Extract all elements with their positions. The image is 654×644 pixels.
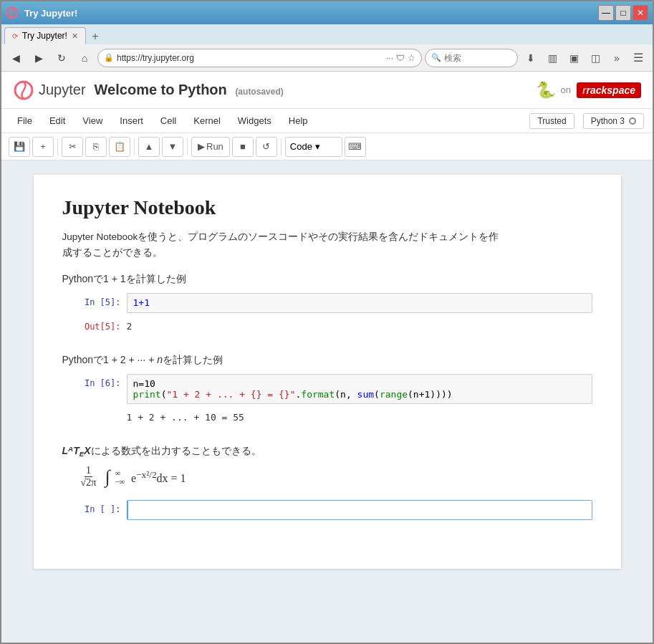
move-up-button[interactable]: ▲ <box>138 137 160 157</box>
integral-limits: ∞ −∞ <box>115 468 125 486</box>
home-button[interactable]: ⌂ <box>74 48 95 68</box>
cell-2-output-row: 1 + 2 + ... + 10 = 55 <box>62 408 592 426</box>
forward-button[interactable]: ▶ <box>29 48 49 68</box>
latex-formula: 1 √2π ∫ ∞ −∞ e−x²/2dx = 1 <box>77 465 592 489</box>
browser-window: Try Jupyter! — □ ✕ ⟳ Try Jupyter! ✕ + ◀ … <box>0 0 654 644</box>
cell-1-out-prompt: Out[5]: <box>62 317 127 335</box>
menu-file[interactable]: File <box>10 112 39 129</box>
menu-cell[interactable]: Cell <box>153 112 183 129</box>
autosaved-label: (autosaved) <box>235 87 283 97</box>
add-cell-button[interactable]: + <box>32 137 54 157</box>
rackspace-text: rackspace <box>586 85 635 96</box>
empty-cell-input[interactable] <box>127 500 592 520</box>
lower-limit: −∞ <box>115 477 125 486</box>
print-keyword: print <box>133 389 161 400</box>
window-title: Try Jupyter! <box>24 8 592 19</box>
notebook-title-area: Welcome to Python (autosaved) <box>95 82 527 98</box>
section-gap-2 <box>62 431 592 445</box>
search-box[interactable]: 🔍 <box>425 49 518 67</box>
close-button[interactable]: ✕ <box>633 5 648 21</box>
section1-title: Pythonで1 + 1を計算した例 <box>62 273 592 286</box>
keyboard-shortcuts-button[interactable]: ⌨ <box>345 137 366 157</box>
section2-title: Pythonで1 + 2 + ··· + nを計算した例 <box>62 354 592 367</box>
window-controls: — □ ✕ <box>598 5 648 21</box>
notebook-title: Welcome to Python <box>95 82 227 97</box>
menu-view[interactable]: View <box>75 112 110 129</box>
paste-button[interactable]: 📋 <box>109 137 130 157</box>
maximize-button[interactable]: □ <box>615 5 631 21</box>
sum-func: sum <box>357 389 374 400</box>
notebook-page: Jupyter Notebook Jupyter Notebookを使うと、プロ… <box>34 175 621 569</box>
range-func: range <box>380 389 408 400</box>
bookmarks-icon[interactable]: ▥ <box>542 48 562 68</box>
copy-button[interactable]: ⎘ <box>85 137 107 157</box>
move-down-button[interactable]: ▼ <box>162 137 183 157</box>
cell-1-code: 1+1 <box>133 297 150 308</box>
url-text: https://try.jupyter.org <box>117 53 383 63</box>
tab-icon: ⟳ <box>12 32 18 40</box>
cell-2-output: 1 + 2 + ... + 10 = 55 <box>127 408 244 426</box>
cell-1-in-prompt: In [5]: <box>62 293 127 313</box>
cell-2-in-prompt: In [6]: <box>62 374 127 404</box>
cell-type-label: Code <box>290 141 312 152</box>
download-icon[interactable]: ⬇ <box>521 48 541 68</box>
cell-1: In [5]: 1+1 <box>62 293 592 313</box>
stop-button[interactable]: ■ <box>232 137 254 157</box>
run-icon: ▶ <box>198 141 205 152</box>
menu-edit[interactable]: Edit <box>42 112 72 129</box>
search-input[interactable] <box>444 53 501 63</box>
notebook-toolbar: 💾 + ✂ ⎘ 📋 ▲ ▼ ▶ Run ■ ↺ Code ▾ ⌨ <box>1 133 653 160</box>
more-icon[interactable]: ··· <box>386 53 393 63</box>
new-tab-button[interactable]: + <box>87 29 103 44</box>
notebook-description: Jupyter Notebookを使うと、プログラムのソースコードやその実行結果… <box>62 229 592 260</box>
desc-line1: Jupyter Notebookを使うと、プログラムのソースコードやその実行結果… <box>62 231 499 242</box>
jupyter-topbar: Jupyter Welcome to Python (autosaved) 🐍 … <box>1 72 653 109</box>
cell-2: In [6]: n=10 print("1 + 2 + ... + {} = {… <box>62 374 592 404</box>
titlebar: Try Jupyter! — □ ✕ <box>1 1 653 24</box>
menu-icon[interactable]: ☰ <box>628 48 648 68</box>
address-bar: ◀ ▶ ↻ ⌂ 🔒 https://try.jupyter.org ··· 🛡 … <box>1 44 653 72</box>
run-button[interactable]: ▶ Run <box>191 137 230 157</box>
restart-button[interactable]: ↺ <box>256 137 277 157</box>
format-method: format <box>301 389 335 400</box>
more-tools-icon[interactable]: » <box>607 48 627 68</box>
trusted-button[interactable]: Trusted <box>529 113 574 129</box>
minimize-button[interactable]: — <box>598 5 614 21</box>
fraction-denominator: √2π <box>80 477 98 489</box>
jupyter-logo-text: Jupyter <box>39 82 86 98</box>
tab-label: Try Jupyter! <box>22 31 67 41</box>
run-label: Run <box>206 141 223 152</box>
back-button[interactable]: ◀ <box>6 48 26 68</box>
reload-button[interactable]: ↻ <box>52 48 72 68</box>
toolbar-separator-4 <box>281 138 282 155</box>
cell-1-input[interactable]: 1+1 <box>127 293 592 313</box>
favicon-icon <box>6 6 19 19</box>
kernel-info: Python 3 <box>583 113 644 129</box>
jupyter-right-area: 🐍 on rrackspace <box>536 81 641 100</box>
cell-1-output: 2 <box>127 317 133 335</box>
format-string: "1 + 2 + ... + {} = {}" <box>166 389 295 400</box>
jupyter-logo-icon <box>13 80 34 101</box>
cut-button[interactable]: ✂ <box>62 137 83 157</box>
menu-help[interactable]: Help <box>282 112 315 129</box>
star-icon[interactable]: ☆ <box>408 53 415 63</box>
menu-kernel[interactable]: Kernel <box>186 112 228 129</box>
menu-widgets[interactable]: Widgets <box>231 112 279 129</box>
tab-close-button[interactable]: ✕ <box>72 32 78 41</box>
extensions-icon[interactable]: ▣ <box>564 48 584 68</box>
shield-icon: 🛡 <box>396 53 405 63</box>
cell-type-dropdown[interactable]: Code ▾ <box>285 137 342 157</box>
tab-bar: ⟳ Try Jupyter! ✕ + <box>1 24 653 44</box>
integrand: e−x²/2dx = 1 <box>131 472 186 484</box>
kernel-status-indicator <box>629 117 636 125</box>
secure-icon: 🔒 <box>104 53 114 62</box>
empty-cell-prompt: In [ ]: <box>62 500 127 520</box>
cell-2-input[interactable]: n=10 print("1 + 2 + ... + {} = {}".forma… <box>127 374 592 404</box>
sidebar-icon[interactable]: ◫ <box>585 48 605 68</box>
save-button[interactable]: 💾 <box>9 137 30 157</box>
integral-sign: ∫ <box>105 466 110 487</box>
jupyter-logo: Jupyter <box>13 80 86 101</box>
menu-insert[interactable]: Insert <box>112 112 150 129</box>
active-tab[interactable]: ⟳ Try Jupyter! ✕ <box>4 27 86 44</box>
url-bar[interactable]: 🔒 https://try.jupyter.org ··· 🛡 ☆ <box>97 49 422 67</box>
